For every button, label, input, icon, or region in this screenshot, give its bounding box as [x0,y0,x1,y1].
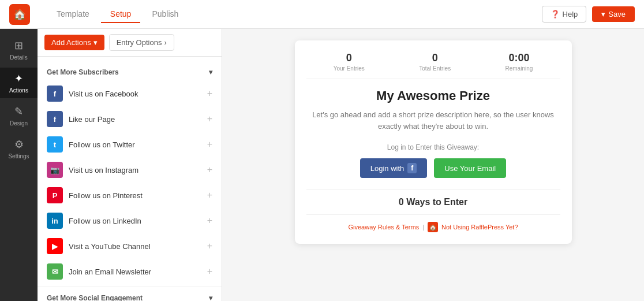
add-action-plus-5[interactable]: + [207,215,212,226]
sidebar-item-design[interactable]: ✎ Design [0,101,38,131]
entry-options-chevron-icon: › [164,38,166,47]
stats-row: 0 Your Entries 0 Total Entries 0:00 Rema… [306,52,560,79]
stat-your-entries: 0 Your Entries [334,52,365,72]
add-action-plus-1[interactable]: + [207,114,212,124]
email-icon: ✉ [47,263,63,280]
section-collapse-icon: ▾ [209,68,212,76]
add-action-plus-4[interactable]: + [207,190,212,200]
preview-area: 0 Your Entries 0 Total Entries 0:00 Rema… [222,29,644,301]
actions-icon: ✦ [14,72,23,85]
youtube-icon: ▶ [47,238,63,254]
prize-title: My Awesome Prize [306,88,560,103]
section-divider [38,287,222,287]
panel-scroll[interactable]: Get More Subscribers ▾ f Visit us on Fac… [38,57,222,301]
login-buttons: Login with f Use Your Email [306,158,560,178]
entry-options-button[interactable]: Entry Options › [109,34,174,51]
login-prompt: Log in to Enter this Giveaway: [306,143,560,151]
footer-cta-link[interactable]: Not Using RafflePress Yet? [441,224,518,231]
facebook-icon: f [47,86,63,102]
footer-separator: | [422,224,424,231]
save-chevron-icon: ▾ [601,10,605,18]
help-icon: ❓ [551,10,560,18]
section-subscribers-header[interactable]: Get More Subscribers ▾ [38,64,222,81]
linkedin-icon: in [47,213,63,229]
panel-toolbar: Add Actions ▾ Entry Options › [38,29,222,57]
action-like-page[interactable]: f Like our Page + [38,106,222,132]
facebook-login-button[interactable]: Login with f [360,158,428,178]
giveaway-card: 0 Your Entries 0 Total Entries 0:00 Rema… [295,40,572,244]
nav-right: ❓ Help ▾ Save [542,6,635,23]
twitter-icon: t [47,136,63,153]
main-layout: ⊞ Details ✦ Actions ✎ Design ⚙ Settings … [0,29,644,301]
action-follow-twitter[interactable]: t Follow us on Twitter + [38,132,222,157]
footer-rules-link[interactable]: Giveaway Rules & Terms [348,224,419,231]
tab-publish[interactable]: Publish [143,6,188,23]
facebook-like-icon: f [47,111,63,127]
stat-remaining: 0:00 Remaining [506,52,533,72]
add-action-plus-6[interactable]: + [207,241,212,251]
pinterest-icon: P [47,187,63,203]
add-action-plus-3[interactable]: + [207,165,212,175]
app-logo[interactable]: 🏠 [9,4,30,25]
sidebar: ⊞ Details ✦ Actions ✎ Design ⚙ Settings [0,29,38,301]
add-action-plus-2[interactable]: + [207,139,212,150]
footer-links: Giveaway Rules & Terms | 🏠 Not Using Raf… [306,222,560,232]
sidebar-item-settings[interactable]: ⚙ Settings [0,133,38,164]
help-button[interactable]: ❓ Help [542,6,587,23]
section2-collapse-icon: ▾ [209,294,212,301]
settings-icon: ⚙ [14,138,24,151]
nav-tabs: Template Setup Publish [47,6,188,23]
fb-icon: f [407,163,417,173]
email-login-button[interactable]: Use Your Email [434,158,506,178]
add-action-plus-7[interactable]: + [207,266,212,277]
sidebar-item-actions[interactable]: ✦ Actions [0,68,38,98]
action-follow-linkedin[interactable]: in Follow us on LinkedIn + [38,208,222,233]
instagram-icon: 📷 [47,162,63,178]
content-panel: Add Actions ▾ Entry Options › Get More S… [38,29,222,301]
tab-setup[interactable]: Setup [101,6,141,23]
top-navigation: 🏠 Template Setup Publish ❓ Help ▾ Save [0,0,644,29]
action-visit-instagram[interactable]: 📷 Visit us on Instagram + [38,157,222,183]
add-actions-chevron-icon: ▾ [93,38,98,47]
stat-total-entries: 0 Total Entries [419,52,451,72]
action-follow-pinterest[interactable]: P Follow us on Pinterest + [38,183,222,208]
save-button[interactable]: ▾ Save [592,6,635,22]
rafflepress-logo: 🏠 [428,222,438,232]
action-visit-youtube[interactable]: ▶ Visit a YouTube Channel + [38,233,222,259]
action-email-newsletter[interactable]: ✉ Join an Email Newsletter + [38,259,222,284]
action-visit-facebook[interactable]: f Visit us on Facebook + [38,81,222,106]
design-icon: ✎ [14,105,23,118]
add-action-plus-0[interactable]: + [207,88,212,99]
tab-template[interactable]: Template [47,6,99,23]
prize-description: Let's go ahead and add a short prize des… [306,109,560,132]
details-icon: ⊞ [14,39,23,52]
sidebar-item-details[interactable]: ⊞ Details [0,35,38,65]
section-social-header[interactable]: Get More Social Engagement ▾ [38,289,222,301]
ways-to-enter: 0 Ways to Enter [306,189,560,215]
add-actions-button[interactable]: Add Actions ▾ [44,35,104,50]
